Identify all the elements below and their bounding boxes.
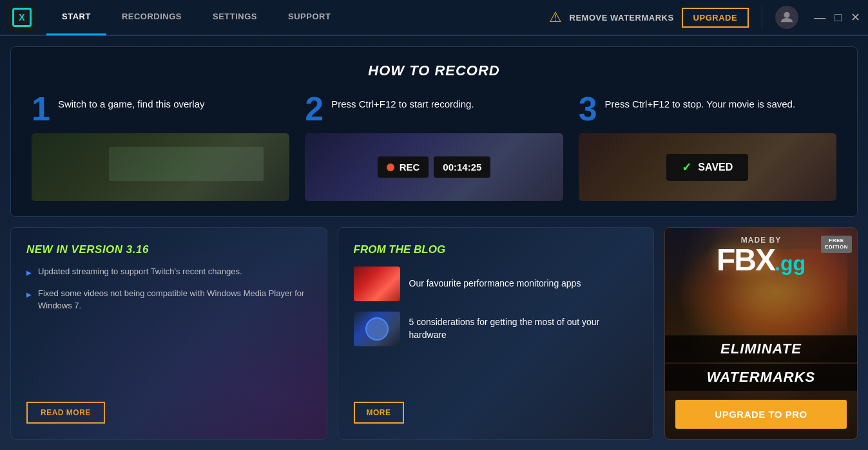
version-item-2: ▶ Fixed some videos not being compatible…: [26, 287, 311, 312]
avatar[interactable]: [775, 6, 798, 29]
tab-settings[interactable]: SETTINGS: [197, 0, 273, 35]
step-1-number: 1: [32, 92, 50, 126]
titlebar-right: ⚠ REMOVE WATERMARKS UPGRADE — □ ✕: [549, 6, 861, 29]
steps-row: 1 Switch to a game, find this overlay X …: [32, 92, 836, 201]
titlebar: X START RECORDINGS SETTINGS SUPPORT ⚠ RE…: [0, 0, 868, 36]
read-more-button[interactable]: READ MORE: [26, 402, 105, 424]
saved-label: SAVED: [698, 162, 733, 173]
logo-icon: X: [12, 8, 32, 27]
new-version-card: NEW IN VERSION 3.16 ▶ Updated streaming …: [10, 227, 327, 440]
promo-line-1: ELIMINATE: [665, 335, 857, 362]
rec-label: REC: [400, 162, 420, 173]
close-button[interactable]: ✕: [851, 12, 860, 23]
promo-logo: MADE BY FBX .gg FREEEDITION: [665, 236, 857, 276]
version-text-1: Updated streaming to support Twitch's re…: [38, 265, 242, 278]
vertical-divider: [762, 6, 762, 29]
window-controls: — □ ✕: [814, 12, 860, 23]
version-text-2: Fixed some videos not being compatible w…: [38, 287, 311, 312]
nav-tabs: START RECORDINGS SETTINGS SUPPORT: [46, 0, 549, 35]
tab-start[interactable]: START: [46, 0, 106, 35]
svg-point-0: [784, 12, 790, 18]
saved-badge: ✓ SAVED: [666, 154, 748, 181]
blog-thumb-2: [354, 312, 400, 346]
app-logo: X: [8, 3, 36, 32]
step-1-header: 1 Switch to a game, find this overlay: [32, 92, 289, 126]
promo-card: MADE BY FBX .gg FREEEDITION ELIMINATE WA…: [664, 227, 858, 440]
step-3-header: 3 Press Ctrl+F12 to stop. Your movie is …: [579, 92, 836, 126]
step-2-text: Press Ctrl+F12 to start recording.: [331, 92, 474, 111]
promo-bottom: ELIMINATE WATERMARKS UPGRADE TO PRO: [665, 329, 857, 439]
version-item-1: ▶ Updated streaming to support Twitch's …: [26, 265, 311, 278]
warning-icon: ⚠: [549, 9, 562, 26]
free-badge: FREEEDITION: [821, 236, 852, 253]
rec-badge: REC: [378, 156, 429, 178]
remove-watermarks-label: REMOVE WATERMARKS: [570, 13, 674, 23]
tab-recordings[interactable]: RECORDINGS: [106, 0, 197, 35]
step-2: 2 Press Ctrl+F12 to start recording. REC…: [305, 92, 563, 201]
blog-item-text-2: 5 considerations for getting the most of…: [409, 316, 639, 341]
timer-value: 00:14:25: [443, 162, 481, 173]
promo-line-2: WATERMARKS: [665, 364, 857, 391]
upgrade-button[interactable]: UPGRADE: [682, 8, 749, 28]
step-2-number: 2: [305, 92, 323, 126]
more-button[interactable]: MORE: [354, 402, 404, 424]
blog-title: FROM THE BLOG: [354, 243, 639, 256]
tab-support[interactable]: SUPPORT: [273, 0, 346, 35]
step-3-number: 3: [579, 92, 597, 126]
step-3-image: ✓ SAVED: [579, 133, 836, 201]
blog-card: FROM THE BLOG Our favourite performance …: [338, 227, 655, 440]
blog-item-1[interactable]: Our favourite performance monitoring app…: [354, 267, 639, 301]
how-to-title: HOW TO RECORD: [32, 62, 836, 79]
main-content: HOW TO RECORD 1 Switch to a game, find t…: [0, 36, 868, 450]
blog-thumb-1: [354, 267, 400, 301]
arrow-icon-1: ▶: [26, 268, 32, 277]
step-3-text: Press Ctrl+F12 to stop. Your movie is sa…: [605, 92, 796, 111]
blog-item-2[interactable]: 5 considerations for getting the most of…: [354, 312, 639, 346]
step-2-header: 2 Press Ctrl+F12 to start recording.: [305, 92, 563, 126]
step-1-text: Switch to a game, find this overlay: [58, 92, 205, 111]
minimize-button[interactable]: —: [814, 12, 825, 23]
rec-dot: [387, 164, 394, 171]
step-1-image: X: [32, 133, 289, 201]
bottom-row: NEW IN VERSION 3.16 ▶ Updated streaming …: [10, 227, 858, 440]
arrow-icon-2: ▶: [26, 290, 32, 299]
step-1: 1 Switch to a game, find this overlay X: [32, 92, 289, 201]
gg-label: .gg: [775, 252, 805, 276]
timer-badge: 00:14:25: [434, 156, 490, 178]
how-to-record-card: HOW TO RECORD 1 Switch to a game, find t…: [10, 46, 858, 217]
blog-item-text-1: Our favourite performance monitoring app…: [409, 277, 581, 290]
new-version-title: NEW IN VERSION 3.16: [26, 243, 311, 256]
step-2-image: REC 00:14:25: [305, 133, 563, 201]
maximize-button[interactable]: □: [834, 12, 842, 23]
upgrade-to-pro-button[interactable]: UPGRADE TO PRO: [675, 400, 847, 429]
step-3: 3 Press Ctrl+F12 to stop. Your movie is …: [579, 92, 836, 201]
fbx-logo: FBX: [717, 245, 775, 276]
